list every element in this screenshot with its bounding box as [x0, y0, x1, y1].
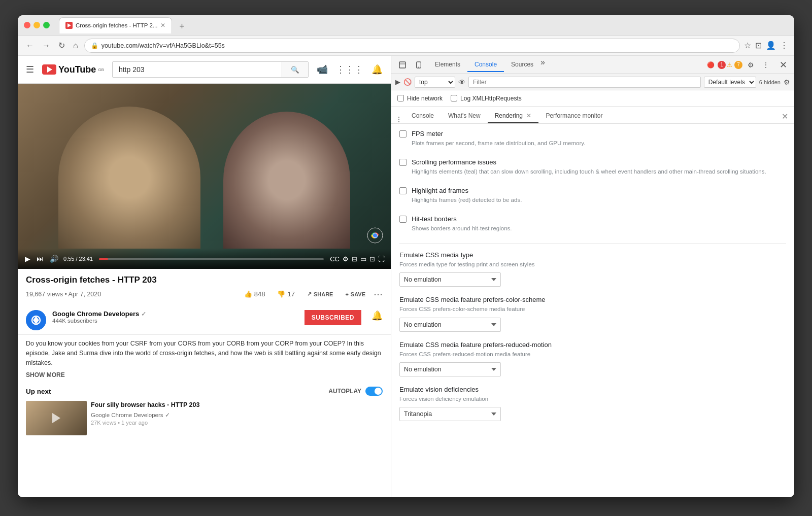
video-stats: 19,667 views • Apr 7, 2020 [26, 291, 101, 298]
close-traffic-light[interactable] [24, 22, 30, 28]
drawer-tab-whats-new[interactable]: What's New [441, 109, 488, 123]
log-xml-checkbox-label[interactable]: Log XMLHttpRequests [451, 95, 522, 102]
mobile-emulation-button[interactable] [412, 58, 426, 72]
emulate-vision-select[interactable]: No emulation Blurred vision Protanopia D… [399, 407, 501, 421]
show-more-button[interactable]: SHOW MORE [18, 369, 391, 381]
subtitles-icon[interactable]: CC [330, 255, 340, 263]
drawer-tab-rendering[interactable]: Rendering ✕ [488, 109, 539, 123]
filter-input[interactable] [468, 77, 701, 88]
play-button[interactable]: ▶ [24, 254, 31, 264]
tab-close-button[interactable]: ✕ [160, 22, 165, 29]
emulate-css-media-section: Emulate CSS media type Forces media type… [399, 251, 786, 287]
settings-icon[interactable]: ⚙ [343, 255, 349, 263]
search-bar[interactable]: 🔍 [112, 61, 309, 78]
devtools-more-button[interactable]: ⋮ [759, 58, 773, 72]
video-camera-icon[interactable]: 📹 [317, 64, 328, 75]
volume-button[interactable]: 🔊 [49, 254, 59, 264]
skip-button[interactable]: ⏭ [36, 254, 45, 264]
warning-count-badge: 7 [734, 61, 742, 69]
log-xml-checkbox[interactable] [451, 95, 457, 101]
browser-tab[interactable]: Cross-origin fetches - HTTP 2... ✕ [59, 17, 172, 33]
maximize-traffic-light[interactable] [43, 22, 50, 28]
search-input[interactable] [113, 62, 282, 77]
rendering-tab-close[interactable]: ✕ [526, 112, 531, 119]
autoplay-toggle[interactable] [365, 387, 383, 396]
thumbs-up-icon: 👍 [244, 290, 252, 298]
minimize-traffic-light[interactable] [33, 22, 40, 28]
address-bar[interactable]: 🔒 youtube.com/watch?v=vfAHa5GBLio&t=55s [84, 39, 740, 53]
nav-actions: ☆ ⊡ 👤 ⋮ [744, 41, 788, 50]
notification-bell-button[interactable]: 🔔 [371, 310, 383, 321]
subscribe-button[interactable]: SUBSCRIBED [304, 310, 361, 325]
devtools-tabs: Elements Console Sources » [428, 58, 705, 72]
drawer-kebab-menu[interactable]: ⋮ [395, 115, 402, 123]
hide-network-checkbox[interactable] [397, 95, 404, 101]
theater-icon[interactable]: ▭ [360, 255, 366, 263]
log-level-select[interactable]: Default levels Verbose Info Warnings Err… [704, 77, 756, 88]
svg-point-9 [418, 66, 419, 67]
tab-sources[interactable]: Sources [504, 58, 540, 72]
search-button[interactable]: 🔍 [282, 62, 308, 77]
more-actions-button[interactable]: ⋯ [374, 289, 383, 300]
emulate-color-scheme-select[interactable]: No emulation prefers-color-scheme: light… [399, 318, 501, 332]
progress-fill [99, 258, 108, 260]
drawer-tab-performance-monitor[interactable]: Performance monitor [538, 109, 610, 123]
youtube-logo-icon [42, 64, 56, 75]
home-button[interactable]: ⌂ [71, 39, 80, 52]
execute-icon[interactable]: ▶ [395, 78, 400, 86]
drawer-close-button[interactable]: ✕ [780, 110, 790, 123]
apps-icon[interactable]: ⋮⋮⋮ [336, 64, 363, 75]
more-icon[interactable]: ⋮ [780, 41, 788, 50]
context-select[interactable]: top [415, 77, 455, 88]
youtube-logo-sup: GB [98, 67, 104, 72]
drawer-tab-console[interactable]: Console [404, 109, 441, 123]
hamburger-menu[interactable]: ☰ [26, 64, 34, 75]
save-button[interactable]: + SAVE [341, 289, 369, 299]
scrolling-perf-section: Scrolling performance issues Highlights … [399, 158, 786, 180]
back-button[interactable]: ← [24, 39, 36, 52]
cast-icon[interactable]: ⊡ [755, 41, 762, 50]
share-button[interactable]: ↗ SHARE [303, 289, 337, 299]
miniplayer-icon[interactable]: ⊟ [352, 255, 357, 263]
warning-icon: ⚠ [727, 61, 732, 68]
save-icon: + [345, 291, 348, 297]
channel-area: Google Chrome Developers ✓ 444K subscrib… [18, 306, 391, 335]
more-tabs-button[interactable]: » [540, 58, 545, 72]
account-icon[interactable]: 👤 [766, 41, 776, 50]
reload-button[interactable]: ↻ [56, 39, 67, 52]
eye-icon[interactable]: 👁 [458, 78, 465, 86]
video-container[interactable]: ▶ ⏭ 🔊 0:55 / 23:41 CC ⚙ ⊟ ▭ ⊡ ⛶ [18, 84, 391, 269]
bookmark-icon[interactable]: ☆ [744, 41, 751, 50]
clear-console-icon[interactable]: 🚫 [403, 78, 412, 86]
inspect-element-button[interactable] [395, 58, 410, 72]
hit-test-content: Hit-test borders Shows borders around hi… [412, 215, 786, 236]
up-next-video-title: Four silly browser hacks - HTTP 203 [91, 401, 383, 409]
devtools-settings-button[interactable]: ⚙ [743, 58, 758, 72]
emulate-css-media-select[interactable]: No emulation print screen [399, 272, 501, 287]
emulate-reduced-motion-select[interactable]: No emulation prefers-reduced-motion: red… [399, 362, 501, 376]
tab-elements[interactable]: Elements [428, 58, 467, 72]
fps-meter-checkbox[interactable] [399, 130, 407, 137]
rendering-content: FPS meter Plots frames per second, frame… [391, 124, 794, 497]
scrolling-perf-checkbox[interactable] [399, 159, 407, 166]
scrolling-perf-title: Scrolling performance issues [412, 158, 786, 166]
forward-button[interactable]: → [40, 39, 52, 52]
highlight-ads-checkbox[interactable] [399, 187, 407, 194]
like-button[interactable]: 👍 848 [240, 288, 269, 300]
progress-bar[interactable] [99, 258, 324, 260]
video-description: Do you know your cookies from your CSRF … [18, 335, 391, 369]
channel-name-text[interactable]: Google Chrome Developers [52, 310, 139, 318]
devtools-close-button[interactable]: ✕ [776, 58, 790, 72]
fullscreen-icon[interactable]: ⛶ [378, 255, 385, 263]
new-tab-button[interactable]: + [175, 20, 188, 33]
youtube-logo[interactable]: YouTubeGB [42, 64, 104, 75]
hide-network-checkbox-label[interactable]: Hide network [397, 95, 443, 102]
notifications-icon[interactable]: 🔔 [371, 64, 383, 75]
hit-test-checkbox[interactable] [399, 216, 407, 223]
title-bar: Cross-origin fetches - HTTP 2... ✕ + [18, 15, 794, 36]
cast-icon[interactable]: ⊡ [369, 255, 375, 263]
up-next-item[interactable]: Four silly browser hacks - HTTP 203 Goog… [26, 401, 383, 435]
console-settings-gear[interactable]: ⚙ [784, 78, 790, 86]
dislike-button[interactable]: 👎 17 [273, 288, 298, 300]
tab-console[interactable]: Console [467, 58, 504, 72]
